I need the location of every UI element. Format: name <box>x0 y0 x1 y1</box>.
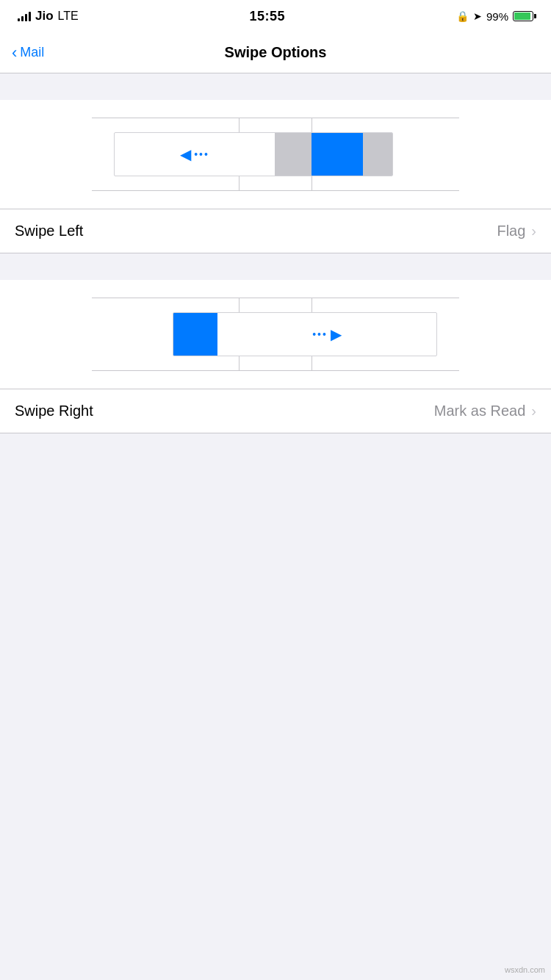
lock-icon: 🔒 <box>456 10 469 22</box>
swipe-right-label: Swipe Right <box>15 403 93 419</box>
page-title: Swipe Options <box>225 44 327 61</box>
swipe-right-demo: ••• ▶ <box>92 298 459 371</box>
swipe-right-card: ••• ▶ <box>173 312 437 356</box>
bottom-spacer <box>0 433 551 727</box>
swipe-right-chevron-icon: › <box>531 403 536 419</box>
swipe-right-value: Mark as Read <box>434 403 526 419</box>
action-gray-left <box>275 133 311 176</box>
swipe-left-card: ◀ ••• <box>114 132 393 176</box>
status-bar: Jio LTE 15:55 🔒 ➤ 99% <box>0 0 551 32</box>
watermark: wsxdn.com <box>505 965 545 974</box>
swipe-right-dots: ••• <box>312 328 328 340</box>
swipe-left-label: Swipe Left <box>15 223 83 239</box>
back-chevron-icon: ‹ <box>12 45 17 61</box>
swipe-left-row[interactable]: Swipe Left Flag › <box>0 209 551 253</box>
battery-percent: 99% <box>486 10 508 23</box>
back-label: Mail <box>20 45 44 60</box>
swipe-right-row[interactable]: Swipe Right Mark as Read › <box>0 389 551 433</box>
swipe-right-value-container: Mark as Read › <box>434 403 536 419</box>
swipe-left-actions <box>275 133 392 176</box>
section-spacer-top <box>0 73 551 100</box>
swipe-left-value: Flag <box>497 223 525 239</box>
nav-bar: ‹ Mail Swipe Options <box>0 32 551 73</box>
time-label: 15:55 <box>250 9 286 24</box>
swipe-left-demo-area: ◀ ••• <box>0 100 551 209</box>
back-button[interactable]: ‹ Mail <box>12 45 44 61</box>
swipe-left-dots: ••• <box>194 148 209 160</box>
network-label: LTE <box>58 10 79 23</box>
demo-hline-bottom-r <box>92 370 459 371</box>
demo-hline-top-r <box>92 298 459 298</box>
swipe-left-arrow-icon: ◀ <box>180 145 191 163</box>
demo-hline-top <box>92 118 459 118</box>
swipe-left-value-container: Flag › <box>497 223 536 239</box>
battery-icon <box>513 11 533 21</box>
action-blue <box>311 133 363 176</box>
section-spacer-middle <box>0 253 551 280</box>
status-left: Jio LTE <box>18 9 79 24</box>
demo-hline-bottom <box>92 190 459 191</box>
carrier-label: Jio <box>35 9 54 24</box>
status-right: 🔒 ➤ 99% <box>456 10 533 23</box>
swipe-left-demo: ◀ ••• <box>92 118 459 191</box>
signal-icon <box>18 11 31 21</box>
action-gray-right <box>363 133 392 176</box>
swipe-right-arrow-icon: ▶ <box>331 325 342 343</box>
location-icon: ➤ <box>473 10 482 22</box>
swipe-right-blue-action <box>173 313 217 356</box>
swipe-left-main: ◀ ••• <box>115 145 275 163</box>
swipe-left-chevron-icon: › <box>531 223 536 239</box>
swipe-right-main: ••• ▶ <box>217 325 436 343</box>
swipe-right-demo-area: ••• ▶ <box>0 280 551 389</box>
